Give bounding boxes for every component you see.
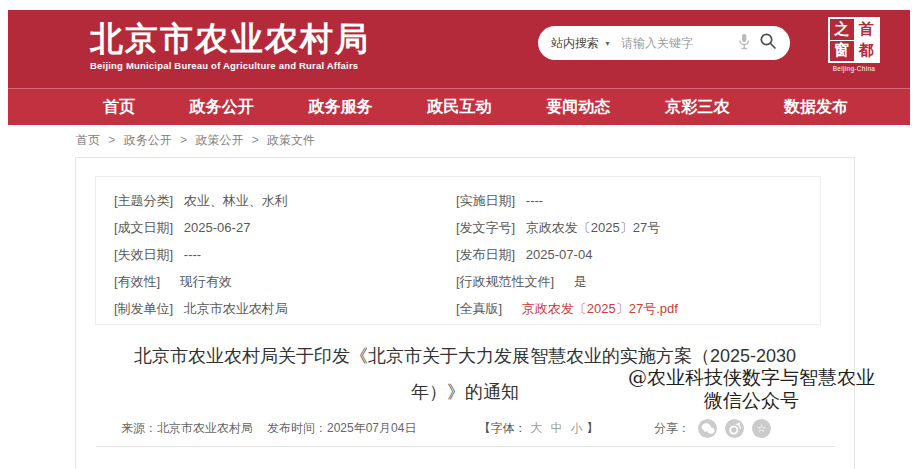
meta-regulatory-document: [行政规范性文件] 是 — [456, 268, 678, 295]
breadcrumb-separator: > — [108, 133, 115, 147]
publish-block: 发布时间：2025年07月04日 — [267, 420, 416, 437]
meta-label: [成文日期] — [114, 220, 173, 235]
breadcrumb-home[interactable]: 首页 — [76, 133, 100, 147]
mic-icon[interactable] — [738, 33, 750, 54]
site-logo[interactable]: 北京市农业农村局 Beijing Municipal Bureau of Agr… — [90, 21, 370, 71]
nav-item-interaction[interactable]: 政民互动 — [427, 97, 491, 118]
source-label: 来源： — [121, 420, 157, 437]
seal-char: 之 — [830, 19, 854, 40]
seal-grid: 之 首 窗 都 — [828, 17, 880, 63]
meta-validity: [有效性] 现行有效 — [114, 268, 456, 295]
site-title: 北京市农业农村局 — [90, 21, 370, 57]
share-label: 分享： — [654, 420, 690, 437]
nav-item-gov-services[interactable]: 政务服务 — [309, 97, 373, 118]
weibo-share-icon[interactable] — [725, 419, 744, 438]
font-size-large[interactable]: 大 — [530, 420, 542, 437]
meta-label: [实施日期] — [456, 193, 515, 208]
search-icon[interactable] — [759, 32, 777, 54]
font-size-control: 【字体： 大 中 小 】 — [478, 420, 598, 437]
nav-item-news[interactable]: 要闻动态 — [546, 97, 610, 118]
breadcrumb-gov-affairs[interactable]: 政务公开 — [124, 133, 172, 147]
seal-char: 窗 — [830, 41, 854, 62]
page: 北京市农业农村局 Beijing Municipal Bureau of Agr… — [0, 0, 918, 469]
site-subtitle: Beijing Municipal Bureau of Agriculture … — [90, 60, 370, 71]
watermark-line2: 微信公众号 — [628, 389, 875, 412]
metadata-left-column: [主题分类] 农业、林业、水利 [成文日期] 2025-06-27 [失效日期]… — [114, 187, 456, 324]
meta-label: [失效日期] — [114, 247, 173, 262]
chevron-down-icon: ▼ — [604, 40, 611, 47]
seal-caption: Beijing-China — [827, 65, 881, 72]
meta-value: 2025-07-04 — [526, 247, 593, 262]
meta-value: 2025-06-27 — [184, 220, 251, 235]
meta-value: 京政农发〔2025〕27号 — [526, 220, 660, 235]
meta-label: [行政规范性文件] — [456, 274, 554, 289]
breadcrumb-policy-documents[interactable]: 政策文件 — [267, 133, 315, 147]
meta-expiry-date: [失效日期] ---- — [114, 241, 456, 268]
meta-date-written: [成文日期] 2025-06-27 — [114, 214, 456, 241]
meta-publish-date: [发布日期] 2025-07-04 — [456, 241, 678, 268]
meta-full-version: [全真版] 京政农发〔2025〕27号.pdf — [456, 295, 678, 322]
publish-time-value: 2025年07月04日 — [327, 421, 416, 435]
meta-topic-category: [主题分类] 农业、林业、水利 — [114, 187, 456, 214]
article-container: [主题分类] 农业、林业、水利 [成文日期] 2025-06-27 [失效日期]… — [75, 157, 855, 469]
breadcrumb-policy-disclosure[interactable]: 政策公开 — [195, 133, 243, 147]
meta-issuing-unit: [制发单位] 北京市农业农村局 — [114, 295, 456, 322]
meta-label: [发文字号] — [456, 220, 515, 235]
meta-label: [有效性] — [114, 274, 160, 289]
publish-time-label: 发布时间： — [267, 421, 327, 435]
font-size-small[interactable]: 小 — [570, 420, 582, 437]
meta-value: 现行有效 — [180, 274, 232, 289]
meta-value: ---- — [526, 193, 543, 208]
breadcrumb-separator: > — [180, 133, 187, 147]
search-icons — [738, 32, 777, 54]
meta-value: 是 — [574, 274, 587, 289]
meta-label: [全真版] — [456, 301, 502, 316]
nav-item-home[interactable]: 首页 — [103, 97, 135, 118]
content-divider — [96, 446, 834, 447]
meta-value: 农业、林业、水利 — [184, 193, 288, 208]
share-block: 分享： ☆ — [654, 419, 771, 438]
site-search: 站内搜索 ▼ — [538, 26, 790, 60]
watermark-line1: @农业科技侠数字与智慧农业 — [628, 366, 875, 389]
search-scope-label: 站内搜索 — [551, 35, 599, 52]
meta-value: ---- — [184, 247, 201, 262]
document-metadata-box: [主题分类] 农业、林业、水利 [成文日期] 2025-06-27 [失效日期]… — [95, 176, 821, 325]
star-icon: ☆ — [757, 423, 767, 434]
font-label-end: 】 — [586, 420, 598, 437]
meta-value: 北京市农业农村局 — [184, 301, 288, 316]
article-meta-row: 来源：北京市农业农村局 发布时间：2025年07月04日 【字体： 大 中 小 … — [76, 418, 854, 438]
font-size-medium[interactable]: 中 — [550, 420, 562, 437]
search-scope-dropdown[interactable]: 站内搜索 ▼ — [551, 35, 611, 52]
meta-implementation-date: [实施日期] ---- — [456, 187, 678, 214]
breadcrumb-separator: > — [252, 133, 259, 147]
seal-char: 首 — [855, 19, 879, 40]
capital-window-seal-logo[interactable]: 之 首 窗 都 Beijing-China — [827, 17, 881, 72]
meta-label: [制发单位] — [114, 301, 173, 316]
favorite-share-icon[interactable]: ☆ — [752, 419, 771, 438]
wechat-share-icon[interactable] — [698, 419, 717, 438]
meta-label: [发布日期] — [456, 247, 515, 262]
breadcrumb: 首页 > 政务公开 > 政策公开 > 政策文件 — [76, 132, 315, 149]
pdf-link[interactable]: 京政农发〔2025〕27号.pdf — [522, 301, 678, 316]
search-input[interactable] — [621, 36, 738, 50]
nav-item-gov-affairs[interactable]: 政务公开 — [190, 97, 254, 118]
seal-char: 都 — [855, 41, 879, 62]
meta-document-number: [发文字号] 京政农发〔2025〕27号 — [456, 214, 678, 241]
watermark-text: @农业科技侠数字与智慧农业 微信公众号 — [628, 366, 875, 412]
font-label-start: 【字体： — [478, 420, 526, 437]
main-nav: 首页 政务公开 政务服务 政民互动 要闻动态 京彩三农 数据发布 — [8, 88, 910, 125]
meta-label: [主题分类] — [114, 193, 173, 208]
nav-item-data-release[interactable]: 数据发布 — [784, 97, 848, 118]
nav-item-jingcai-sannong[interactable]: 京彩三农 — [665, 97, 729, 118]
site-header: 北京市农业农村局 Beijing Municipal Bureau of Agr… — [8, 10, 910, 88]
metadata-right-column: [实施日期] ---- [发文字号] 京政农发〔2025〕27号 [发布日期] … — [456, 187, 678, 324]
source-value: 北京市农业农村局 — [157, 420, 253, 437]
